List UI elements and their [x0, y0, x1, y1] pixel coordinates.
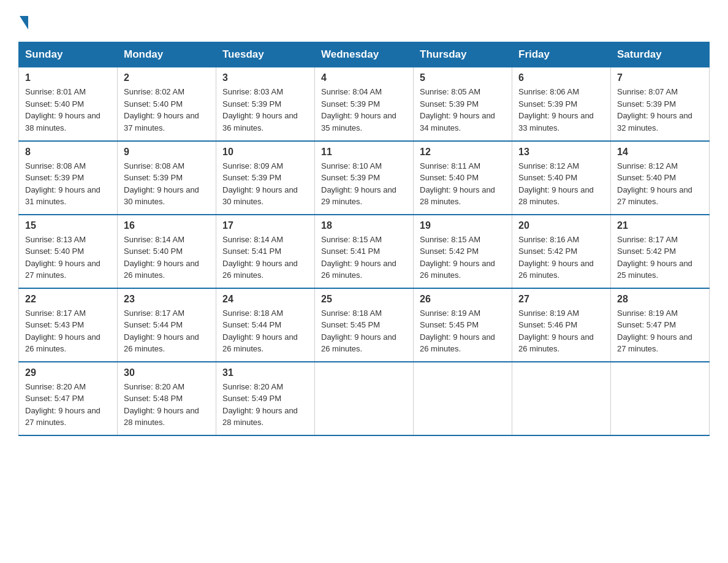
table-row: 27 Sunrise: 8:19 AMSunset: 5:46 PMDaylig… [512, 288, 611, 362]
table-row: 24 Sunrise: 8:18 AMSunset: 5:44 PMDaylig… [216, 288, 315, 362]
day-info: Sunrise: 8:03 AMSunset: 5:39 PMDaylight:… [222, 86, 308, 134]
day-info: Sunrise: 8:16 AMSunset: 5:42 PMDaylight:… [518, 234, 604, 282]
day-info: Sunrise: 8:15 AMSunset: 5:41 PMDaylight:… [321, 234, 407, 282]
calendar-header-row: Sunday Monday Tuesday Wednesday Thursday… [19, 42, 710, 67]
day-info: Sunrise: 8:19 AMSunset: 5:47 PMDaylight:… [617, 307, 703, 355]
day-number: 28 [617, 294, 703, 305]
day-number: 14 [617, 147, 703, 158]
calendar-week-row: 29 Sunrise: 8:20 AMSunset: 5:47 PMDaylig… [19, 362, 710, 435]
day-info: Sunrise: 8:11 AMSunset: 5:40 PMDaylight:… [420, 160, 506, 208]
day-number: 9 [124, 147, 210, 158]
table-row: 20 Sunrise: 8:16 AMSunset: 5:42 PMDaylig… [512, 215, 611, 288]
day-info: Sunrise: 8:20 AMSunset: 5:47 PMDaylight:… [25, 381, 111, 429]
table-row: 15 Sunrise: 8:13 AMSunset: 5:40 PMDaylig… [19, 215, 118, 288]
calendar-table: Sunday Monday Tuesday Wednesday Thursday… [18, 42, 710, 436]
calendar-week-row: 8 Sunrise: 8:08 AMSunset: 5:39 PMDayligh… [19, 141, 710, 215]
day-info: Sunrise: 8:17 AMSunset: 5:42 PMDaylight:… [617, 234, 703, 282]
col-wednesday: Wednesday [315, 42, 414, 67]
table-row: 16 Sunrise: 8:14 AMSunset: 5:40 PMDaylig… [118, 215, 216, 288]
col-tuesday: Tuesday [216, 42, 315, 67]
day-info: Sunrise: 8:20 AMSunset: 5:49 PMDaylight:… [222, 381, 308, 429]
day-info: Sunrise: 8:02 AMSunset: 5:40 PMDaylight:… [124, 86, 210, 134]
day-info: Sunrise: 8:09 AMSunset: 5:39 PMDaylight:… [222, 160, 308, 208]
table-row: 8 Sunrise: 8:08 AMSunset: 5:39 PMDayligh… [19, 141, 118, 215]
day-info: Sunrise: 8:14 AMSunset: 5:41 PMDaylight:… [222, 234, 308, 282]
day-number: 19 [420, 220, 506, 231]
day-info: Sunrise: 8:08 AMSunset: 5:39 PMDaylight:… [25, 160, 111, 208]
col-saturday: Saturday [611, 42, 710, 67]
table-row: 11 Sunrise: 8:10 AMSunset: 5:39 PMDaylig… [315, 141, 414, 215]
table-row: 19 Sunrise: 8:15 AMSunset: 5:42 PMDaylig… [414, 215, 512, 288]
table-row: 7 Sunrise: 8:07 AMSunset: 5:39 PMDayligh… [611, 67, 710, 141]
table-row [611, 362, 710, 435]
day-number: 8 [25, 147, 111, 158]
day-info: Sunrise: 8:18 AMSunset: 5:44 PMDaylight:… [222, 307, 308, 355]
day-info: Sunrise: 8:19 AMSunset: 5:46 PMDaylight:… [518, 307, 604, 355]
day-number: 3 [222, 72, 308, 83]
table-row: 9 Sunrise: 8:08 AMSunset: 5:39 PMDayligh… [118, 141, 216, 215]
col-thursday: Thursday [414, 42, 512, 67]
logo [18, 12, 28, 29]
day-number: 30 [124, 367, 210, 378]
table-row: 31 Sunrise: 8:20 AMSunset: 5:49 PMDaylig… [216, 362, 315, 435]
table-row: 13 Sunrise: 8:12 AMSunset: 5:40 PMDaylig… [512, 141, 611, 215]
day-number: 13 [518, 147, 604, 158]
day-info: Sunrise: 8:01 AMSunset: 5:40 PMDaylight:… [25, 86, 111, 134]
table-row: 22 Sunrise: 8:17 AMSunset: 5:43 PMDaylig… [19, 288, 118, 362]
day-number: 15 [25, 220, 111, 231]
day-info: Sunrise: 8:15 AMSunset: 5:42 PMDaylight:… [420, 234, 506, 282]
table-row: 1 Sunrise: 8:01 AMSunset: 5:40 PMDayligh… [19, 67, 118, 141]
table-row: 28 Sunrise: 8:19 AMSunset: 5:47 PMDaylig… [611, 288, 710, 362]
calendar-week-row: 22 Sunrise: 8:17 AMSunset: 5:43 PMDaylig… [19, 288, 710, 362]
day-number: 12 [420, 147, 506, 158]
day-number: 25 [321, 294, 407, 305]
table-row: 17 Sunrise: 8:14 AMSunset: 5:41 PMDaylig… [216, 215, 315, 288]
table-row: 6 Sunrise: 8:06 AMSunset: 5:39 PMDayligh… [512, 67, 611, 141]
day-number: 21 [617, 220, 703, 231]
table-row: 21 Sunrise: 8:17 AMSunset: 5:42 PMDaylig… [611, 215, 710, 288]
day-number: 24 [222, 294, 308, 305]
table-row: 10 Sunrise: 8:09 AMSunset: 5:39 PMDaylig… [216, 141, 315, 215]
day-info: Sunrise: 8:07 AMSunset: 5:39 PMDaylight:… [617, 86, 703, 134]
day-info: Sunrise: 8:17 AMSunset: 5:44 PMDaylight:… [124, 307, 210, 355]
day-number: 1 [25, 72, 111, 83]
day-number: 11 [321, 147, 407, 158]
day-info: Sunrise: 8:19 AMSunset: 5:45 PMDaylight:… [420, 307, 506, 355]
table-row: 23 Sunrise: 8:17 AMSunset: 5:44 PMDaylig… [118, 288, 216, 362]
day-number: 6 [518, 72, 604, 83]
col-friday: Friday [512, 42, 611, 67]
table-row: 26 Sunrise: 8:19 AMSunset: 5:45 PMDaylig… [414, 288, 512, 362]
day-info: Sunrise: 8:10 AMSunset: 5:39 PMDaylight:… [321, 160, 407, 208]
table-row: 12 Sunrise: 8:11 AMSunset: 5:40 PMDaylig… [414, 141, 512, 215]
table-row: 3 Sunrise: 8:03 AMSunset: 5:39 PMDayligh… [216, 67, 315, 141]
day-info: Sunrise: 8:13 AMSunset: 5:40 PMDaylight:… [25, 234, 111, 282]
day-number: 16 [124, 220, 210, 231]
table-row: 30 Sunrise: 8:20 AMSunset: 5:48 PMDaylig… [118, 362, 216, 435]
day-info: Sunrise: 8:18 AMSunset: 5:45 PMDaylight:… [321, 307, 407, 355]
day-number: 5 [420, 72, 506, 83]
day-info: Sunrise: 8:14 AMSunset: 5:40 PMDaylight:… [124, 234, 210, 282]
table-row: 5 Sunrise: 8:05 AMSunset: 5:39 PMDayligh… [414, 67, 512, 141]
table-row: 29 Sunrise: 8:20 AMSunset: 5:47 PMDaylig… [19, 362, 118, 435]
table-row: 25 Sunrise: 8:18 AMSunset: 5:45 PMDaylig… [315, 288, 414, 362]
day-number: 20 [518, 220, 604, 231]
table-row: 4 Sunrise: 8:04 AMSunset: 5:39 PMDayligh… [315, 67, 414, 141]
day-number: 26 [420, 294, 506, 305]
col-sunday: Sunday [19, 42, 118, 67]
calendar-week-row: 1 Sunrise: 8:01 AMSunset: 5:40 PMDayligh… [19, 67, 710, 141]
day-info: Sunrise: 8:12 AMSunset: 5:40 PMDaylight:… [518, 160, 604, 208]
day-number: 29 [25, 367, 111, 378]
day-info: Sunrise: 8:17 AMSunset: 5:43 PMDaylight:… [25, 307, 111, 355]
page-header [18, 12, 710, 29]
day-number: 4 [321, 72, 407, 83]
day-number: 10 [222, 147, 308, 158]
col-monday: Monday [118, 42, 216, 67]
day-info: Sunrise: 8:20 AMSunset: 5:48 PMDaylight:… [124, 381, 210, 429]
day-number: 27 [518, 294, 604, 305]
day-number: 7 [617, 72, 703, 83]
day-info: Sunrise: 8:06 AMSunset: 5:39 PMDaylight:… [518, 86, 604, 134]
table-row [414, 362, 512, 435]
table-row: 14 Sunrise: 8:12 AMSunset: 5:40 PMDaylig… [611, 141, 710, 215]
table-row [315, 362, 414, 435]
calendar-week-row: 15 Sunrise: 8:13 AMSunset: 5:40 PMDaylig… [19, 215, 710, 288]
